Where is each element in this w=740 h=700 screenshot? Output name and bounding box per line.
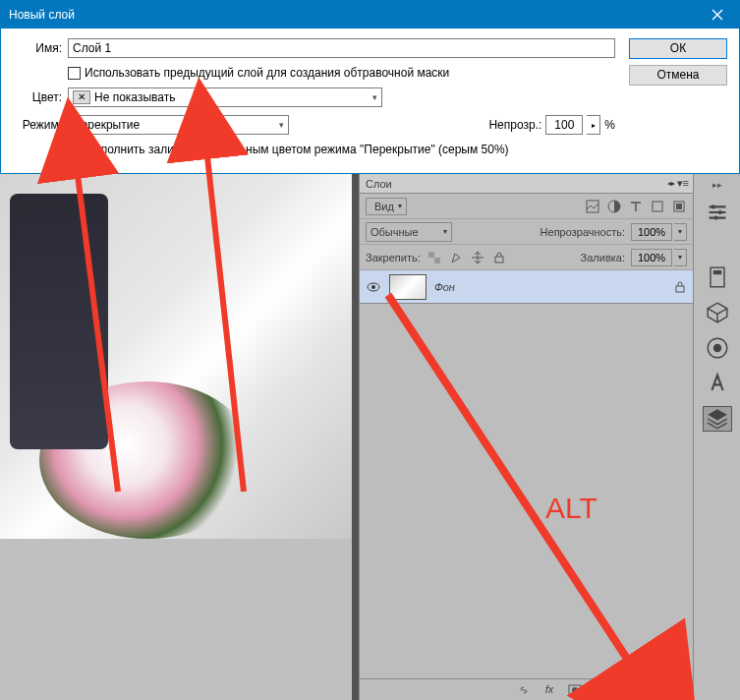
adjustment-layer-icon[interactable] xyxy=(593,682,608,698)
svg-point-10 xyxy=(371,285,375,289)
tool-character-icon[interactable] xyxy=(703,371,732,396)
visibility-toggle[interactable] xyxy=(366,279,381,295)
tool-layers-icon[interactable] xyxy=(703,406,732,432)
chevron-down-icon: ▾ xyxy=(279,120,284,130)
dialog-titlebar[interactable]: Новый слой xyxy=(1,1,739,29)
canvas-empty-area xyxy=(0,539,352,700)
color-value: Не показывать xyxy=(94,90,175,104)
tool-options-icon[interactable] xyxy=(703,200,732,225)
lock-position-icon[interactable] xyxy=(470,250,485,265)
svg-point-13 xyxy=(572,687,578,693)
svg-rect-15 xyxy=(647,685,655,694)
layer-opacity-label: Непрозрачность: xyxy=(541,226,625,238)
opacity-flyout-button[interactable]: ▸ xyxy=(587,115,600,135)
opacity-label: Непрозр.: xyxy=(488,118,541,132)
layer-fill-input[interactable] xyxy=(631,249,672,266)
add-mask-icon[interactable] xyxy=(567,682,583,698)
filter-adjustment-icon[interactable] xyxy=(606,199,622,214)
layer-name-label: Фон xyxy=(434,281,665,293)
chevron-down-icon: ▾ xyxy=(372,92,377,102)
tool-3d-icon[interactable] xyxy=(703,300,732,325)
color-label: Цвет: xyxy=(13,90,62,104)
chevron-down-icon: ▾ xyxy=(398,202,402,210)
no-color-swatch-icon: ✕ xyxy=(73,90,90,104)
filter-kind-label: Вид xyxy=(374,201,394,212)
layer-list[interactable]: Фон xyxy=(360,270,693,678)
layers-tab-label: Слои xyxy=(366,178,392,190)
filter-smart-icon[interactable] xyxy=(671,199,687,214)
delete-layer-icon[interactable] xyxy=(669,682,685,698)
svg-rect-6 xyxy=(428,252,434,258)
close-button[interactable] xyxy=(695,1,739,29)
layer-row-background[interactable]: Фон xyxy=(360,270,693,304)
layers-tab[interactable]: Слои ◂▸ ▾≡ xyxy=(360,174,693,194)
layer-blend-dropdown[interactable]: Обычные ▾ xyxy=(366,222,452,242)
filter-pixel-icon[interactable] xyxy=(585,199,600,214)
layer-thumbnail[interactable] xyxy=(389,274,427,300)
annotation-alt-label: ALT xyxy=(545,492,598,525)
clipping-mask-label: Использовать предыдущий слой для создани… xyxy=(85,66,449,80)
collapse-left-icon[interactable]: ◂▸ xyxy=(667,179,675,188)
layers-footer: fx xyxy=(360,678,693,700)
name-label: Имя: xyxy=(13,41,62,55)
layers-panel: Слои ◂▸ ▾≡ Вид ▾ Обычные ▾ Непрозрачност… xyxy=(359,174,693,700)
opacity-input[interactable] xyxy=(545,115,583,135)
layer-name-input[interactable] xyxy=(68,38,615,58)
close-icon xyxy=(712,9,723,21)
svg-point-17 xyxy=(717,210,721,214)
new-layer-dialog: Новый слой Имя: Использовать предыдущий … xyxy=(0,0,740,174)
opacity-unit: % xyxy=(604,118,615,132)
new-layer-icon[interactable] xyxy=(644,682,659,698)
svg-rect-7 xyxy=(434,258,440,263)
svg-rect-8 xyxy=(495,257,503,262)
svg-point-16 xyxy=(711,204,714,208)
right-toolbar: ▸▸ xyxy=(693,174,740,700)
svg-rect-5 xyxy=(676,204,682,209)
lock-transparency-icon[interactable] xyxy=(427,250,442,265)
svg-rect-1 xyxy=(587,201,598,212)
layer-lock-icon xyxy=(673,279,687,295)
fill-label: Заливка: xyxy=(581,252,625,263)
mode-value: Перекрытие xyxy=(73,118,140,132)
svg-rect-3 xyxy=(653,202,662,211)
filter-type-icon[interactable] xyxy=(628,199,644,214)
svg-point-18 xyxy=(713,216,717,220)
svg-point-22 xyxy=(712,344,720,352)
document-canvas[interactable] xyxy=(0,174,352,539)
layer-blend-value: Обычные xyxy=(370,226,419,238)
layer-fx-icon[interactable]: fx xyxy=(541,682,557,698)
link-layers-icon[interactable] xyxy=(516,682,532,698)
fill-neutral-checkbox[interactable] xyxy=(68,144,81,156)
tool-info-icon[interactable] xyxy=(703,264,732,290)
chevron-down-icon: ▾ xyxy=(443,227,447,236)
lock-pixels-icon[interactable] xyxy=(448,250,464,265)
ok-button[interactable]: ОК xyxy=(629,38,727,59)
lock-label: Закрепить: xyxy=(366,252,421,263)
svg-rect-20 xyxy=(712,270,720,274)
panel-menu-icon[interactable]: ▾≡ xyxy=(677,177,689,190)
opacity-flyout-button[interactable]: ▾ xyxy=(674,223,687,241)
layer-opacity-input[interactable] xyxy=(631,223,672,241)
filter-kind-dropdown[interactable]: Вид ▾ xyxy=(366,198,407,215)
fill-flyout-button[interactable]: ▾ xyxy=(674,249,687,266)
new-group-icon[interactable] xyxy=(618,682,634,698)
filter-shape-icon[interactable] xyxy=(650,199,665,214)
clipping-mask-checkbox[interactable] xyxy=(68,67,81,80)
fill-neutral-label: Выполнить заливку нейтральным цветом реж… xyxy=(85,143,509,156)
color-dropdown[interactable]: ✕Не показывать ▾ xyxy=(68,88,382,107)
photo-content xyxy=(0,174,352,539)
tool-color-icon[interactable] xyxy=(703,335,732,361)
cancel-button[interactable]: Отмена xyxy=(629,65,727,86)
dialog-title: Новый слой xyxy=(9,8,75,22)
lock-all-icon[interactable] xyxy=(491,250,507,265)
svg-rect-11 xyxy=(676,286,684,292)
blend-mode-dropdown[interactable]: Перекрытие ▾ xyxy=(68,115,289,135)
collapse-icon[interactable]: ▸▸ xyxy=(712,180,722,190)
mode-label: Режим: xyxy=(13,118,62,132)
